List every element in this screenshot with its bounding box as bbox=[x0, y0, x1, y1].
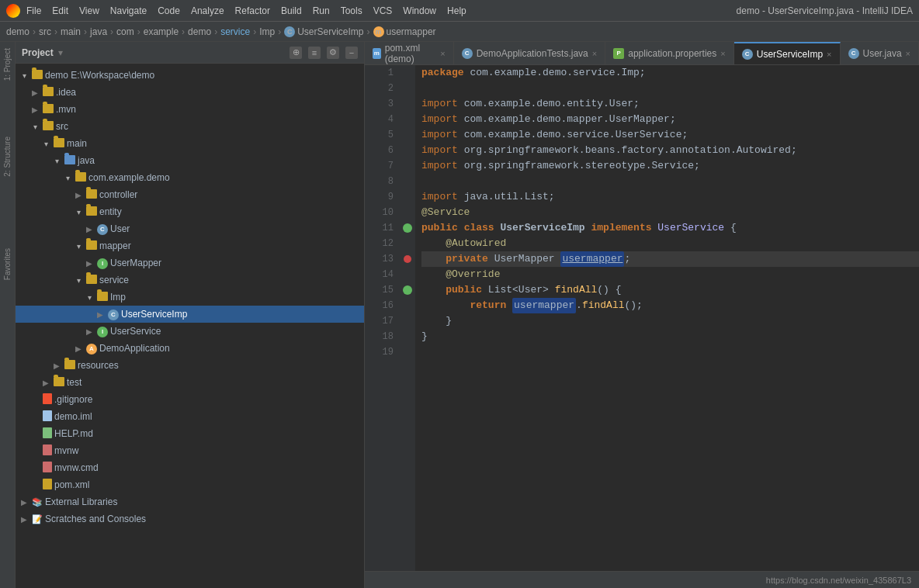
bc-class[interactable]: C UserServiceImp bbox=[284, 26, 363, 37]
tree-item-user[interactable]: ▶ C User bbox=[16, 220, 364, 237]
tab-close-userjava[interactable]: × bbox=[906, 49, 910, 58]
tree-item-mvnw[interactable]: ▶ mvnw bbox=[16, 442, 364, 459]
tree-item-usermapper[interactable]: ▶ I UserMapper bbox=[16, 254, 364, 272]
tree-item-entity[interactable]: ▾ entity bbox=[16, 203, 364, 220]
favorites-strip-label[interactable]: Favorites bbox=[2, 245, 13, 283]
menu-refactor[interactable]: Refactor bbox=[235, 5, 270, 16]
gutter-cell-15[interactable] bbox=[400, 282, 415, 298]
menu-code[interactable]: Code bbox=[158, 5, 180, 16]
run-icon-11[interactable] bbox=[403, 223, 412, 233]
tree-item-scratches[interactable]: ▶ 📝 Scratches and Consoles bbox=[16, 510, 364, 527]
structure-strip-label[interactable]: 2: Structure bbox=[2, 133, 13, 180]
tree-item-pkg[interactable]: ▾ com.example.demo bbox=[16, 169, 364, 186]
gutter-cell-13[interactable] bbox=[400, 251, 415, 267]
tree-label-idea: .idea bbox=[56, 87, 76, 98]
tree-item-src[interactable]: ▾ src bbox=[16, 118, 364, 135]
bc-demo[interactable]: demo bbox=[6, 26, 29, 37]
tree-item-helpmd[interactable]: ▶ HELP.md bbox=[16, 425, 364, 442]
line-num-11: 11 bbox=[365, 220, 400, 236]
folder-icon-mapper bbox=[86, 240, 97, 252]
project-strip-label[interactable]: 1: Project bbox=[2, 45, 13, 84]
file-icon-demoitml bbox=[43, 410, 52, 424]
tab-icon-pomxml: m bbox=[373, 48, 381, 59]
tree-item-main[interactable]: ▾ main bbox=[16, 135, 364, 152]
tree-item-controller[interactable]: ▶ controller bbox=[16, 186, 364, 203]
tree-item-mvnwcmd[interactable]: ▶ mvnw.cmd bbox=[16, 459, 364, 476]
tree-label-scratches: Scratches and Consoles bbox=[45, 514, 146, 524]
menu-window[interactable]: Window bbox=[403, 5, 436, 16]
tab-demotests[interactable]: C DemoApplicationTests.java × bbox=[454, 42, 606, 64]
tab-label-userjava: User.java bbox=[863, 48, 902, 59]
menu-edit[interactable]: Edit bbox=[52, 5, 68, 16]
line-num-8: 8 bbox=[365, 174, 400, 189]
tree-item-extlib[interactable]: ▶ 📚 External Libraries bbox=[16, 493, 364, 510]
tab-close-pomxml[interactable]: × bbox=[440, 49, 445, 58]
icon-extlib: 📚 bbox=[32, 497, 43, 507]
code-editor[interactable]: 1 2 3 4 5 6 7 8 9 10 11 12 13 14 15 16 1… bbox=[365, 65, 919, 571]
bc-member[interactable]: m usermapper bbox=[373, 26, 436, 37]
menu-help[interactable]: Help bbox=[447, 5, 466, 16]
tree-item-gitignore[interactable]: ▶ .gitignore bbox=[16, 391, 364, 408]
tree-label-imp: Imp bbox=[110, 292, 126, 303]
bc-src[interactable]: src bbox=[39, 26, 51, 37]
tab-label-appprops: application.properties bbox=[628, 48, 716, 59]
tree-item-resources[interactable]: ▶ resources bbox=[16, 357, 364, 374]
gutter-cell-19 bbox=[400, 344, 415, 360]
menu-file[interactable]: File bbox=[26, 5, 41, 16]
menu-run[interactable]: Run bbox=[313, 5, 330, 16]
code-line-2 bbox=[421, 81, 919, 96]
menu-navigate[interactable]: Navigate bbox=[110, 5, 147, 16]
project-actions[interactable]: ⊕ ≡ ⚙ − bbox=[290, 47, 358, 59]
folder-icon-idea bbox=[43, 87, 54, 99]
arrow-java: ▾ bbox=[51, 155, 62, 166]
tree-item-pomxml[interactable]: ▶ pom.xml bbox=[16, 476, 364, 493]
tree-item-mvn[interactable]: ▶ .mvn bbox=[16, 101, 364, 118]
bc-main[interactable]: main bbox=[61, 26, 81, 37]
gutter-cell-11[interactable] bbox=[400, 220, 415, 236]
tree-item-idea[interactable]: ▶ .idea bbox=[16, 84, 364, 101]
gutter-cell-10 bbox=[400, 205, 415, 220]
tree-item-userservice[interactable]: ▶ I UserService bbox=[16, 323, 364, 340]
tree-item-userserviceimp[interactable]: ▶ C UserServiceImp bbox=[16, 306, 364, 323]
breadcrumb: demo › src › main › java › com › example… bbox=[0, 22, 919, 42]
collapse-btn[interactable]: ≡ bbox=[308, 47, 321, 59]
gutter-icons bbox=[400, 65, 415, 571]
run-icon-15[interactable] bbox=[403, 285, 412, 295]
gutter-cell-7 bbox=[400, 158, 415, 174]
code-content[interactable]: package com.example.demo.service.Imp; im… bbox=[415, 65, 919, 571]
tab-close-userserviceimp[interactable]: × bbox=[827, 50, 831, 59]
bc-com[interactable]: com bbox=[116, 26, 134, 37]
settings-btn[interactable]: ⚙ bbox=[327, 47, 339, 59]
tab-close-appprops[interactable]: × bbox=[720, 49, 725, 58]
tab-pomxml[interactable]: m pom.xml (demo) × bbox=[365, 42, 454, 64]
tree-item-demo[interactable]: ▾ demo E:\Workspace\demo bbox=[16, 67, 364, 84]
tree-label-demoapplication: DemoApplication bbox=[99, 343, 170, 354]
tree-item-java[interactable]: ▾ java bbox=[16, 152, 364, 169]
menu-analyze[interactable]: Analyze bbox=[191, 5, 224, 16]
sync-btn[interactable]: ⊕ bbox=[290, 47, 302, 59]
tab-userjava[interactable]: C User.java × bbox=[841, 42, 919, 64]
tab-userserviceimp[interactable]: C UserServiceImp × bbox=[734, 42, 841, 64]
close-panel-btn[interactable]: − bbox=[345, 47, 358, 59]
tree-item-imp[interactable]: ▾ Imp bbox=[16, 289, 364, 306]
menu-tools[interactable]: Tools bbox=[341, 5, 362, 16]
tree-item-test[interactable]: ▶ test bbox=[16, 374, 364, 391]
tree-item-demoapplication[interactable]: ▶ A DemoApplication bbox=[16, 340, 364, 357]
menu-vcs[interactable]: VCS bbox=[373, 5, 393, 16]
tab-close-demotests[interactable]: × bbox=[592, 49, 597, 58]
bc-imp[interactable]: Imp bbox=[259, 26, 275, 37]
tree-item-service[interactable]: ▾ service bbox=[16, 272, 364, 289]
bc-service[interactable]: service bbox=[220, 26, 250, 37]
bc-java[interactable]: java bbox=[90, 26, 107, 37]
tree-item-demoitml[interactable]: ▶ demo.iml bbox=[16, 408, 364, 425]
tab-appprops[interactable]: P application.properties × bbox=[605, 42, 734, 64]
menu-bar[interactable]: File Edit View Navigate Code Analyze Ref… bbox=[26, 5, 466, 16]
menu-view[interactable]: View bbox=[79, 5, 99, 16]
error-icon-13[interactable] bbox=[404, 255, 411, 263]
bc-example[interactable]: example bbox=[144, 26, 179, 37]
line-num-2: 2 bbox=[365, 81, 400, 96]
arrow-pkg: ▾ bbox=[62, 172, 73, 183]
menu-build[interactable]: Build bbox=[281, 5, 302, 16]
bc-demo2[interactable]: demo bbox=[188, 26, 211, 37]
tree-item-mapper[interactable]: ▾ mapper bbox=[16, 237, 364, 254]
